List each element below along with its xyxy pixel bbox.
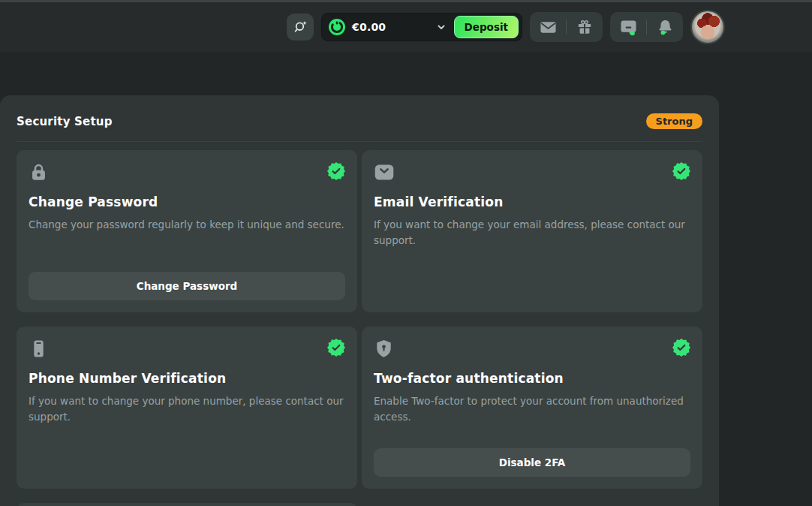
card-top-row	[29, 339, 345, 359]
envelope-icon	[374, 162, 395, 182]
chat-icon[interactable]	[619, 18, 637, 36]
card-description: Enable Two-factor to protect your accoun…	[374, 393, 690, 425]
balance-amount: €0.00	[352, 21, 386, 33]
main-content: Security Setup Strong	[0, 95, 812, 506]
password-strength-badge: Strong	[646, 113, 702, 129]
disable-2fa-button[interactable]: Disable 2FA	[374, 448, 690, 477]
change-password-card: Change Password Change your password reg…	[17, 150, 357, 312]
card-title: Two-factor authentication	[374, 371, 690, 386]
bell-icon[interactable]	[656, 18, 674, 36]
shield-keyhole-icon	[374, 339, 394, 359]
card-top-row	[374, 162, 690, 182]
chevron-down-icon[interactable]	[436, 22, 447, 32]
card-top-row	[29, 162, 345, 182]
change-password-button[interactable]: Change Password	[29, 272, 345, 300]
email-verification-card: Email Verification If you want to change…	[362, 150, 702, 312]
verified-badge-icon	[327, 339, 345, 357]
wallet-balance-selector[interactable]: €0.00 Deposit	[321, 13, 522, 41]
card-title: Email Verification	[374, 194, 690, 209]
coin-icon	[328, 18, 346, 36]
card-description: If you want to change your email address…	[374, 217, 690, 248]
group-divider	[566, 20, 567, 35]
search-sparkle-icon	[293, 20, 308, 35]
deposit-button[interactable]: Deposit	[454, 16, 519, 38]
security-cards-grid: Change Password Change your password reg…	[17, 150, 702, 506]
user-avatar[interactable]	[690, 10, 725, 44]
phone-verification-card: Phone Number Verification If you want to…	[17, 327, 357, 489]
verified-badge-icon	[672, 162, 690, 180]
search-button[interactable]	[287, 14, 314, 41]
header-divider	[17, 141, 702, 142]
card-description: Change your password regularly to keep i…	[29, 217, 345, 233]
top-navbar: €0.00 Deposit	[0, 2, 812, 52]
group-divider	[646, 20, 647, 35]
phone-icon	[29, 339, 49, 359]
chat-notifications-group	[610, 12, 683, 42]
page-title: Security Setup	[17, 115, 113, 128]
security-setup-panel: Security Setup Strong	[0, 95, 719, 506]
card-description: If you want to change your phone number,…	[29, 393, 345, 425]
lock-icon	[29, 162, 49, 182]
card-title: Change Password	[29, 194, 345, 209]
gift-icon[interactable]	[576, 18, 594, 36]
verified-badge-icon	[672, 339, 690, 357]
two-factor-card: Two-factor authentication Enable Two-fac…	[362, 327, 702, 489]
panel-header: Security Setup Strong	[17, 113, 702, 129]
mail-icon[interactable]	[539, 18, 557, 36]
card-title: Phone Number Verification	[29, 371, 345, 386]
card-top-row	[374, 339, 690, 359]
verified-badge-icon	[327, 162, 345, 180]
mail-gift-group	[530, 12, 603, 42]
next-card-partial	[17, 503, 357, 506]
